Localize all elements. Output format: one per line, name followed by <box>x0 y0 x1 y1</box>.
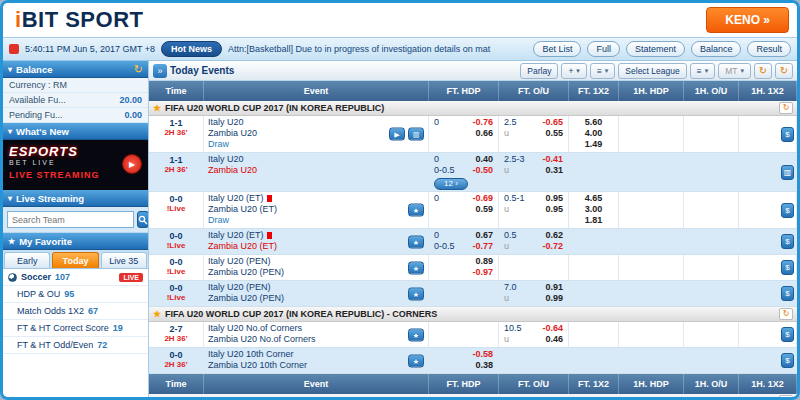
money-icon-button[interactable]: $ <box>781 286 794 301</box>
mt-dropdown[interactable]: MT▾ <box>718 63 751 79</box>
odds-value[interactable]: -0.76 <box>472 117 493 128</box>
odds-value[interactable]: 0.40 <box>475 154 493 165</box>
keno-button[interactable]: KENO » <box>706 7 789 33</box>
draw-link[interactable]: Draw <box>208 139 424 150</box>
sidebar-item-match-odds[interactable]: Match Odds 1X2 67 <box>3 303 148 320</box>
tab-live[interactable]: Live 35 <box>101 252 147 268</box>
odds-value[interactable]: 4.65 <box>585 193 603 204</box>
odds-value[interactable]: 0.59 <box>475 204 493 215</box>
balance-button[interactable]: Balance <box>691 41 742 57</box>
match-time: 2H 36' <box>149 165 203 175</box>
odds-value[interactable]: 0.89 <box>475 256 493 267</box>
odds-value[interactable]: 0.91 <box>545 282 563 293</box>
odds-value[interactable]: 0.31 <box>545 165 563 176</box>
money-icon-button[interactable]: $ <box>781 353 794 368</box>
odds-value[interactable]: -0.77 <box>472 241 493 252</box>
bet-list-button[interactable]: Bet List <box>533 41 581 57</box>
balance-refresh-button[interactable]: ↻ <box>134 63 143 76</box>
available-label: Available Fu... <box>9 95 66 105</box>
odds-value[interactable]: 0.55 <box>545 128 563 139</box>
odds-line: 0-0.69 <box>429 193 498 204</box>
draw-link[interactable]: Draw <box>208 215 424 226</box>
more-bets-button[interactable]: 12 › <box>434 178 468 190</box>
full-button[interactable]: Full <box>587 41 620 57</box>
odds-value[interactable]: -0.65 <box>542 117 563 128</box>
esports-banner[interactable]: ESPORTS BET LIVE LIVE STREAMING ▶ <box>3 140 148 190</box>
league-refresh-button[interactable]: ↻ <box>779 308 793 320</box>
search-input[interactable] <box>7 211 134 228</box>
odds-value[interactable]: 0.66 <box>475 128 493 139</box>
star-icon-button[interactable]: ★ <box>408 204 424 217</box>
available-funds-row: Available Fu... 20.00 <box>3 93 148 108</box>
star-icon-button[interactable]: ★ <box>408 328 424 341</box>
time-cell: 0-0!Live <box>149 192 204 228</box>
search-button[interactable] <box>137 211 149 228</box>
odds-value[interactable]: 4.00 <box>585 128 603 139</box>
sidebar-item-hdp-ou[interactable]: HDP & OU 95 <box>3 286 148 303</box>
odds-value[interactable]: 0.62 <box>545 230 563 241</box>
sort-button[interactable]: ≡▾ <box>690 63 715 79</box>
money-icon-button[interactable]: $ <box>781 260 794 275</box>
select-league-button[interactable]: Select League <box>618 63 686 79</box>
league-refresh-button[interactable]: ↻ <box>779 395 793 397</box>
odds-value[interactable]: -0.64 <box>542 323 563 334</box>
h1-ou-cell <box>684 153 739 191</box>
odds-value[interactable]: 0.38 <box>475 360 493 371</box>
sidebar-item-odd-even[interactable]: FT & HT Odd/Even 72 <box>3 337 148 354</box>
refresh-button[interactable]: ↻ <box>754 63 772 79</box>
mt-label: MT <box>725 66 737 76</box>
content-area: ▾ Balance ↻ Currency : RM Available Fu..… <box>3 61 797 397</box>
result-button[interactable]: Result <box>747 41 791 57</box>
h1-1x2-cell: $ <box>739 281 797 306</box>
event-row: 0-0!LiveItaly U20 (PEN)Zambia U20 (PEN)★… <box>149 255 797 281</box>
event-cell: Italy U20 (ET)Zambia U20 (ET)Draw★ <box>204 192 429 228</box>
line-value: 2.5-3 <box>504 154 525 165</box>
parlay-button[interactable]: Parlay <box>520 63 558 79</box>
odds-line: u0.46 <box>499 334 568 345</box>
banner-play-icon[interactable]: ▶ <box>122 154 142 174</box>
column-header-row: TimeEventFT. HDPFT. O/UFT. 1X21H. HDP1H.… <box>149 81 797 101</box>
odds-value[interactable]: 1.49 <box>585 139 603 150</box>
sidebar-item-soccer[interactable]: Soccer 107 LIVE <box>3 269 148 286</box>
odds-value[interactable]: 0.95 <box>545 193 563 204</box>
h1-1x2-cell: $ <box>739 229 797 254</box>
odds-value[interactable]: -0.41 <box>542 154 563 165</box>
star-icon-button[interactable]: ★ <box>408 354 424 367</box>
odds-value[interactable]: 0.46 <box>545 334 563 345</box>
odds-value[interactable]: 0.95 <box>545 204 563 215</box>
sidebar-item-correct-score[interactable]: FT & HT Correct Score 19 <box>3 320 148 337</box>
star-icon-button[interactable]: ★ <box>408 261 424 274</box>
tab-today[interactable]: Today <box>52 252 98 268</box>
view-mode-button[interactable]: ≡▾ <box>590 63 615 79</box>
odds-value[interactable]: -0.72 <box>542 241 563 252</box>
odds-value[interactable]: 1.81 <box>585 215 603 226</box>
odds-value[interactable]: -0.50 <box>472 165 493 176</box>
odds-line: 5.60 <box>569 117 618 128</box>
star-icon-button[interactable]: ★ <box>408 235 424 248</box>
money-icon-button[interactable]: $ <box>781 203 794 218</box>
event-icons: ★ <box>408 287 424 300</box>
statement-button[interactable]: Statement <box>626 41 685 57</box>
live-streaming-title: Live Streaming <box>16 193 84 204</box>
add-market-button[interactable]: +▾ <box>561 63 586 79</box>
odds-value[interactable]: 5.60 <box>585 117 603 128</box>
star-icon-button[interactable]: ★ <box>408 287 424 300</box>
odds-value[interactable]: -0.69 <box>472 193 493 204</box>
odds-value[interactable]: -0.58 <box>472 349 493 360</box>
chart-icon-button[interactable]: ▥ <box>781 165 794 180</box>
odds-value[interactable]: -0.97 <box>472 267 493 278</box>
hot-news-button[interactable]: Hot News <box>161 41 222 57</box>
play-icon-button[interactable]: ▶ <box>389 128 405 141</box>
odds-value[interactable]: 0.67 <box>475 230 493 241</box>
chart-icon-button[interactable]: ▥ <box>408 128 424 141</box>
odds-value[interactable]: 3.00 <box>585 204 603 215</box>
tab-early[interactable]: Early <box>4 252 50 268</box>
odds-value[interactable]: 0.99 <box>545 293 563 304</box>
money-icon-button[interactable]: $ <box>781 234 794 249</box>
money-icon-button[interactable]: $ <box>781 127 794 142</box>
ft-ou-cell: 10.5-0.64u0.46 <box>499 322 569 347</box>
refresh-all-button[interactable]: ↻ <box>775 63 793 79</box>
league-refresh-button[interactable]: ↻ <box>779 102 793 114</box>
match-score: 2-7 <box>149 324 203 334</box>
money-icon-button[interactable]: $ <box>781 327 794 342</box>
